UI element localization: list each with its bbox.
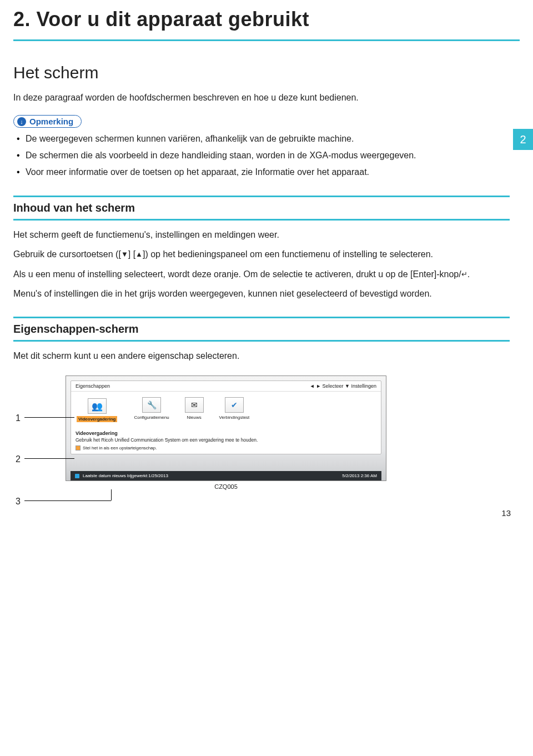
mock-icon-configuratiemenu: 🔧 Configuratiemenu: [134, 397, 169, 423]
envelope-icon: ✉: [191, 400, 198, 409]
status-right: 5/2/2013 2:36 AM: [342, 473, 377, 478]
body-paragraph: Gebruik de cursortoetsen ([▼] [▲]) op he…: [13, 248, 510, 261]
chapter-tab: 2: [513, 129, 533, 150]
chapter-title: 2. Voor u dit apparaat gebruikt: [0, 0, 533, 34]
mock-icon-videovergadering: 👥 Videovergadering: [76, 397, 118, 423]
subheading-block: Eigenschappen-scherm: [13, 317, 510, 342]
intro-paragraph: In deze paragraaf worden de hoofdscherme…: [13, 91, 510, 104]
note-badge: ↓ Opmerking: [13, 115, 82, 128]
list-item: Voor meer informatie over de toetsen op …: [26, 166, 510, 179]
body-paragraph: Het scherm geeft de functiemenu's, inste…: [13, 228, 510, 241]
subheading-block: Inhoud van het scherm: [13, 196, 510, 221]
callout-1: 1: [16, 413, 21, 423]
check-icon: ✔: [231, 400, 238, 409]
mock-header-title: Eigenschappen: [76, 383, 110, 389]
page-number: 13: [501, 508, 511, 518]
list-item: De schermen die als voorbeeld in deze ha…: [26, 149, 510, 162]
screenshot-figure: 1 2 3 Eigenschappen ◄ ► Selecteer ▼ Inst…: [32, 376, 399, 490]
section-heading-het-scherm: Het scherm: [13, 63, 510, 82]
title-rule: [13, 34, 520, 41]
mock-icon-verbindingstest: ✔ Verbindingstest: [219, 397, 250, 423]
mock-screen: Eigenschappen ◄ ► Selecteer ▼ Instelling…: [66, 376, 386, 481]
mock-icon-nieuws: ✉ Nieuws: [185, 397, 204, 423]
figure-caption: CZQ005: [66, 483, 386, 490]
mock-header-hint: ◄ ► Selecteer ▼ Instellingen: [310, 383, 376, 389]
network-icon: [75, 474, 79, 478]
note-list: De weergegeven schermen kunnen variëren,…: [13, 132, 510, 179]
body-paragraph: Menu's of instellingen die in het grijs …: [13, 287, 510, 300]
subheading-eigenschappen: Eigenschappen-scherm: [13, 318, 510, 340]
cursor-up-icon: ▲: [135, 251, 143, 259]
mock-description: Videovergadering Gebruik het Ricoh Unifi…: [71, 428, 381, 444]
status-left: Laatste datum nieuws bijgewerkt:1/25/201…: [83, 473, 168, 478]
note-label: Opmerking: [29, 117, 73, 126]
mock-status-bar: Laatste datum nieuws bijgewerkt:1/25/201…: [71, 471, 381, 480]
people-icon: 👥: [92, 401, 103, 412]
body-paragraph: Met dit scherm kunt u een andere eigensc…: [13, 349, 510, 362]
callout-3: 3: [16, 497, 21, 507]
body-paragraph: Als u een menu of instelling selecteert,…: [13, 268, 510, 281]
arrow-down-icon: ↓: [17, 117, 26, 126]
wrench-icon: 🔧: [147, 400, 157, 409]
enter-icon: ↵: [461, 270, 467, 278]
checkbox-icon: [76, 445, 81, 450]
cursor-down-icon: ▼: [121, 251, 128, 259]
subheading-inhoud: Inhoud van het scherm: [13, 197, 510, 219]
list-item: De weergegeven schermen kunnen variëren,…: [26, 132, 510, 146]
callout-2: 2: [16, 454, 21, 464]
mock-checkbox-row: Stel het in als een opstarteigenschap.: [71, 444, 381, 454]
